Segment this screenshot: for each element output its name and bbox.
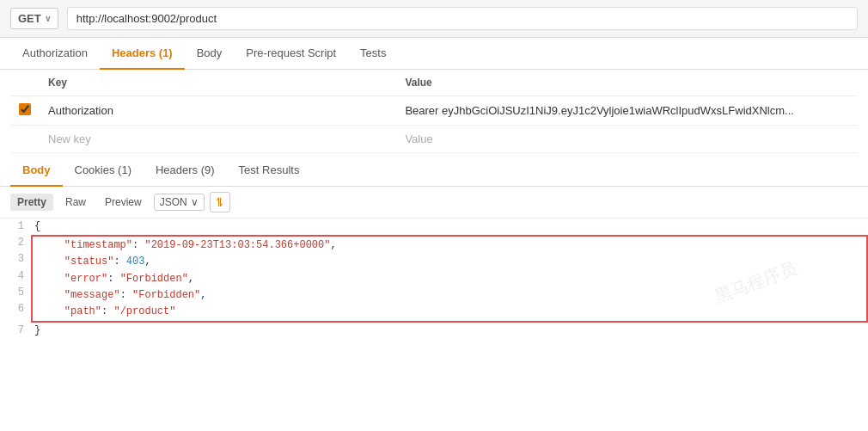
response-tab-row: Body Cookies (1) Headers (9) Test Result… bbox=[0, 155, 868, 187]
col-value-header: Value bbox=[396, 70, 858, 96]
line-num-2: 2 bbox=[0, 235, 31, 251]
preview-btn[interactable]: Preview bbox=[98, 194, 149, 211]
val-message: "Forbidden" bbox=[132, 289, 200, 301]
headers-section: Key Value Authorization Bearer eyJhbGciO… bbox=[0, 70, 868, 153]
col-checkbox bbox=[10, 70, 40, 96]
line-content-1: { bbox=[31, 219, 868, 235]
top-bar: GET ∨ bbox=[0, 0, 868, 38]
code-line-5: "message": "Forbidden", bbox=[36, 287, 863, 304]
val-error: "Forbidden" bbox=[120, 273, 188, 285]
request-tab-row: Authorization Headers (1) Body Pre-reque… bbox=[0, 38, 868, 70]
tab-authorization[interactable]: Authorization bbox=[10, 38, 100, 70]
row-value: Bearer eyJhbGciOiJSUzI1NiJ9.eyJ1c2Vyljoi… bbox=[396, 96, 858, 126]
wrap-icon: ⇌ bbox=[213, 197, 227, 207]
val-timestamp: "2019-09-23T13:03:54.366+0000" bbox=[144, 239, 330, 251]
new-key-row: New key Value bbox=[10, 126, 858, 153]
line-num-5: 5 bbox=[0, 285, 31, 301]
key-message: "message" bbox=[64, 289, 120, 301]
row-key: Authorization bbox=[40, 96, 396, 126]
format-dropdown[interactable]: JSON ∨ bbox=[154, 194, 205, 211]
line-num-7: 7 bbox=[0, 323, 31, 339]
wrap-button[interactable]: ⇌ bbox=[210, 192, 230, 212]
val-path: "/product" bbox=[113, 305, 175, 317]
resp-tab-headers[interactable]: Headers (9) bbox=[144, 155, 227, 187]
raw-btn[interactable]: Raw bbox=[58, 194, 93, 211]
code-line-6: "path": "/product" bbox=[36, 304, 863, 320]
resp-tab-cookies[interactable]: Cookies (1) bbox=[63, 155, 144, 187]
code-line-7: 7 } bbox=[0, 323, 868, 339]
code-area: 1 { 2 3 4 5 6 "timestamp": "2019 bbox=[0, 219, 868, 339]
key-error: "error" bbox=[64, 273, 107, 285]
tab-prerequest[interactable]: Pre-request Script bbox=[234, 38, 348, 70]
method-selector[interactable]: GET ∨ bbox=[10, 8, 58, 29]
row-value-text: Bearer eyJhbGciOiJSUzI1NiJ9.eyJ1c2Vyljoi… bbox=[405, 104, 794, 117]
line-num-6: 6 bbox=[0, 301, 31, 317]
line-num-1: 1 bbox=[0, 219, 31, 235]
col-key-header: Key bbox=[40, 70, 396, 96]
pretty-btn[interactable]: Pretty bbox=[10, 194, 53, 211]
row-checkbox-cell[interactable] bbox=[10, 96, 40, 126]
highlight-line-nums: 2 3 4 5 6 bbox=[0, 235, 31, 317]
row-checkbox[interactable] bbox=[19, 103, 31, 115]
resp-tab-body[interactable]: Body bbox=[10, 155, 63, 187]
code-line-4: "error": "Forbidden", bbox=[36, 271, 863, 287]
format-json-label: JSON bbox=[160, 196, 187, 208]
tab-headers[interactable]: Headers (1) bbox=[100, 38, 185, 70]
line-content-7: } bbox=[31, 323, 868, 339]
line-num-3: 3 bbox=[0, 251, 31, 268]
line-num-4: 4 bbox=[0, 268, 31, 285]
new-value-cell[interactable]: Value bbox=[396, 126, 858, 153]
format-chevron: ∨ bbox=[191, 196, 199, 208]
code-line-3: "status": 403, bbox=[36, 254, 863, 270]
key-timestamp: "timestamp" bbox=[64, 239, 132, 251]
key-path: "path" bbox=[64, 305, 101, 317]
method-chevron: ∨ bbox=[45, 14, 51, 23]
url-input[interactable] bbox=[67, 7, 858, 30]
method-label: GET bbox=[18, 12, 41, 25]
tab-body[interactable]: Body bbox=[185, 38, 235, 70]
highlighted-section: 2 3 4 5 6 "timestamp": "2019-09-23T13:03… bbox=[0, 235, 868, 323]
table-row: Authorization Bearer eyJhbGciOiJSUzI1NiJ… bbox=[10, 96, 858, 126]
highlighted-block: "timestamp": "2019-09-23T13:03:54.366+00… bbox=[31, 235, 868, 323]
code-line-2: "timestamp": "2019-09-23T13:03:54.366+00… bbox=[36, 237, 863, 254]
code-line-1: 1 { bbox=[0, 219, 868, 235]
tab-tests[interactable]: Tests bbox=[348, 38, 398, 70]
headers-table: Key Value Authorization Bearer eyJhbGciO… bbox=[10, 70, 858, 153]
resp-tab-testresults[interactable]: Test Results bbox=[227, 155, 312, 187]
val-status: 403 bbox=[126, 256, 145, 268]
key-status: "status" bbox=[64, 256, 114, 268]
new-key-cell[interactable]: New key bbox=[40, 126, 396, 153]
format-bar: Pretty Raw Preview JSON ∨ ⇌ bbox=[0, 187, 868, 219]
